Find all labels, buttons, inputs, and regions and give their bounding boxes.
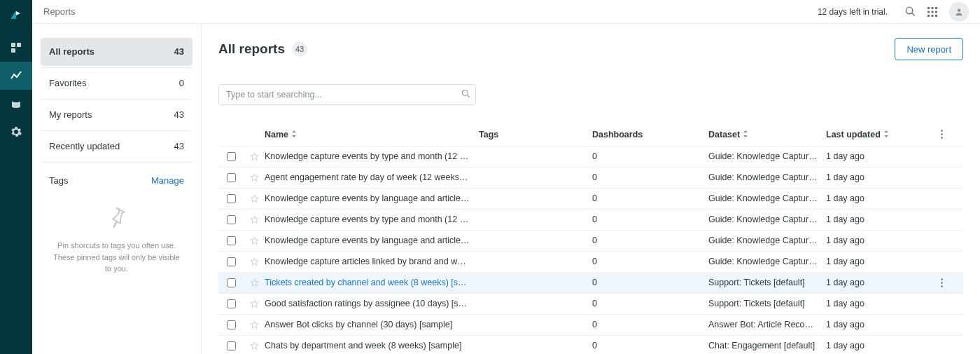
svg-rect-2	[11, 43, 15, 47]
favorite-star-icon[interactable]	[244, 194, 265, 203]
favorite-star-icon[interactable]	[244, 173, 265, 182]
svg-marker-33	[251, 321, 258, 328]
new-report-button[interactable]: New report	[895, 38, 963, 60]
row-more-icon[interactable]	[931, 278, 952, 287]
report-name[interactable]: Knowledge capture events by language and…	[265, 236, 479, 245]
report-dataset: Guide: Knowledge Capture [defa...	[708, 151, 826, 161]
table-row[interactable]: Knowledge capture events by type and mon…	[218, 209, 963, 230]
manage-tags-link[interactable]: Manage	[151, 175, 184, 186]
report-name[interactable]: Chats by department and week (8 weeks) […	[265, 341, 479, 350]
svg-marker-28	[251, 279, 258, 286]
report-name[interactable]: Answer Bot clicks by channel (30 days) […	[265, 320, 479, 329]
report-dashboards: 0	[592, 320, 708, 329]
search-icon	[461, 89, 470, 100]
svg-rect-8	[932, 7, 934, 9]
table-row[interactable]: Knowledge capture events by language and…	[218, 230, 963, 251]
svg-marker-32	[251, 300, 258, 307]
row-checkbox[interactable]	[227, 257, 236, 266]
table-row[interactable]: Knowledge capture articles linked by bra…	[218, 251, 963, 272]
svg-marker-34	[251, 342, 258, 349]
report-updated: 1 day ago	[826, 299, 931, 308]
sort-icon	[291, 130, 297, 137]
nav-dashboards[interactable]	[0, 34, 32, 62]
report-name[interactable]: Knowledge capture events by language and…	[265, 193, 479, 203]
sidebar-item-label: Recently updated	[49, 141, 120, 151]
nav-admin[interactable]	[0, 118, 32, 146]
row-checkbox[interactable]	[227, 236, 236, 245]
report-dashboards: 0	[592, 257, 708, 266]
row-checkbox[interactable]	[227, 194, 236, 203]
table-row[interactable]: Knowledge capture events by type and mon…	[218, 146, 963, 167]
report-name[interactable]: Knowledge capture articles linked by bra…	[265, 257, 479, 266]
table-row[interactable]: Good satisfaction ratings by assignee (1…	[218, 293, 963, 314]
nav-reports[interactable]	[0, 62, 32, 90]
favorite-star-icon[interactable]	[244, 215, 265, 224]
table-row[interactable]: Knowledge capture events by language and…	[218, 188, 963, 209]
svg-marker-1	[16, 11, 20, 15]
svg-rect-12	[935, 11, 937, 13]
table-options-icon[interactable]	[931, 130, 952, 139]
svg-rect-7	[927, 7, 930, 9]
report-dataset: Support: Tickets [default]	[708, 299, 826, 308]
reports-sidebar: All reports43Favorites0My reports43Recen…	[32, 24, 202, 354]
report-name[interactable]: Good satisfaction ratings by assignee (1…	[265, 299, 479, 308]
svg-marker-0	[10, 11, 16, 19]
svg-marker-22	[251, 153, 258, 160]
row-checkbox[interactable]	[227, 215, 236, 224]
report-name[interactable]: Tickets created by channel and week (8 w…	[265, 278, 479, 287]
favorite-star-icon[interactable]	[244, 341, 265, 350]
svg-marker-25	[251, 216, 258, 223]
avatar[interactable]	[949, 2, 969, 22]
report-dataset: Guide: Knowledge Capture [defa...	[708, 215, 826, 224]
favorite-star-icon[interactable]	[244, 152, 265, 161]
page-title: All reports	[218, 41, 285, 57]
sidebar-item-recently-updated[interactable]: Recently updated43	[41, 132, 192, 161]
table-row[interactable]: Tickets created by channel and week (8 w…	[218, 272, 963, 293]
report-name[interactable]: Knowledge capture events by type and mon…	[265, 151, 479, 161]
column-tags[interactable]: Tags	[479, 130, 592, 139]
search-input[interactable]	[218, 84, 476, 105]
column-dataset[interactable]: Dataset	[708, 130, 826, 139]
row-checkbox[interactable]	[227, 278, 236, 287]
apps-icon[interactable]	[921, 1, 944, 23]
report-dashboards: 0	[592, 341, 708, 350]
svg-point-21	[941, 137, 943, 139]
favorite-star-icon[interactable]	[244, 320, 265, 329]
favorite-star-icon[interactable]	[244, 299, 265, 308]
row-checkbox[interactable]	[227, 341, 236, 350]
column-last-updated[interactable]: Last updated	[826, 130, 931, 139]
svg-point-31	[941, 285, 943, 287]
app-logo[interactable]	[6, 6, 26, 25]
breadcrumb: Reports	[43, 6, 76, 17]
svg-rect-14	[932, 15, 934, 17]
svg-rect-13	[927, 15, 930, 17]
row-checkbox[interactable]	[227, 320, 236, 329]
sidebar-item-count: 43	[174, 109, 184, 120]
report-updated: 1 day ago	[826, 215, 931, 224]
sidebar-item-favorites[interactable]: Favorites0	[41, 69, 192, 97]
report-updated: 1 day ago	[826, 193, 931, 203]
column-name[interactable]: Name	[265, 130, 479, 139]
svg-point-5	[906, 7, 912, 13]
report-name[interactable]: Agent engagement rate by day of week (12…	[265, 172, 479, 182]
svg-line-6	[911, 13, 914, 16]
report-name[interactable]: Knowledge capture events by type and mon…	[265, 215, 479, 224]
table-row[interactable]: Chats by department and week (8 weeks) […	[218, 335, 963, 354]
sidebar-item-count: 0	[179, 78, 184, 88]
row-checkbox[interactable]	[227, 299, 236, 308]
favorite-star-icon[interactable]	[244, 278, 265, 287]
row-checkbox[interactable]	[227, 173, 236, 182]
row-checkbox[interactable]	[227, 152, 236, 161]
nav-datasets[interactable]	[0, 90, 32, 118]
sidebar-item-all-reports[interactable]: All reports43	[41, 38, 192, 66]
sidebar-item-label: Favorites	[49, 78, 86, 88]
table-row[interactable]: Answer Bot clicks by channel (30 days) […	[218, 314, 963, 335]
column-dashboards[interactable]: Dashboards	[592, 130, 708, 139]
search-icon[interactable]	[899, 1, 921, 23]
favorite-star-icon[interactable]	[244, 257, 265, 266]
sidebar-item-my-reports[interactable]: My reports43	[41, 101, 192, 129]
table-row[interactable]: Agent engagement rate by day of week (12…	[218, 167, 963, 188]
svg-rect-4	[11, 48, 15, 53]
svg-point-29	[941, 278, 943, 280]
favorite-star-icon[interactable]	[244, 236, 265, 245]
